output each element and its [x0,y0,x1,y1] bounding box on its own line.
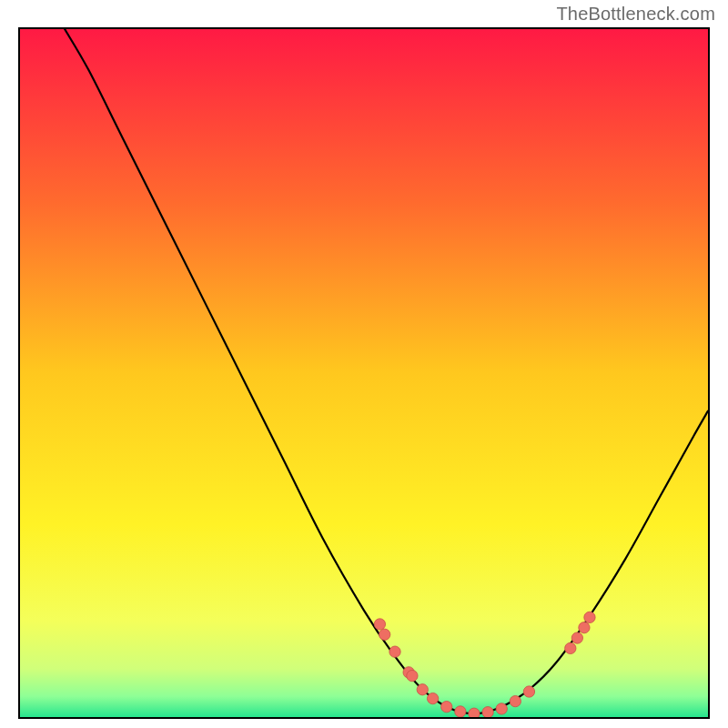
data-point [374,619,385,630]
data-point [482,707,493,717]
data-point [510,695,521,706]
data-point [417,684,428,695]
chart-overlay [20,29,708,717]
data-point [579,622,590,633]
bottleneck-curve [65,29,708,713]
data-points [374,612,595,717]
data-point [389,646,400,657]
data-point [469,708,480,717]
data-point [523,686,534,697]
data-point [565,642,576,653]
chart-frame [18,27,710,719]
data-point [455,706,466,717]
data-point [496,703,507,714]
data-point [571,632,582,643]
data-point [441,701,452,712]
data-point [407,670,418,681]
data-point [427,693,438,703]
data-point [584,612,595,622]
watermark-text: TheBottleneck.com [556,4,715,25]
data-point [379,629,390,640]
